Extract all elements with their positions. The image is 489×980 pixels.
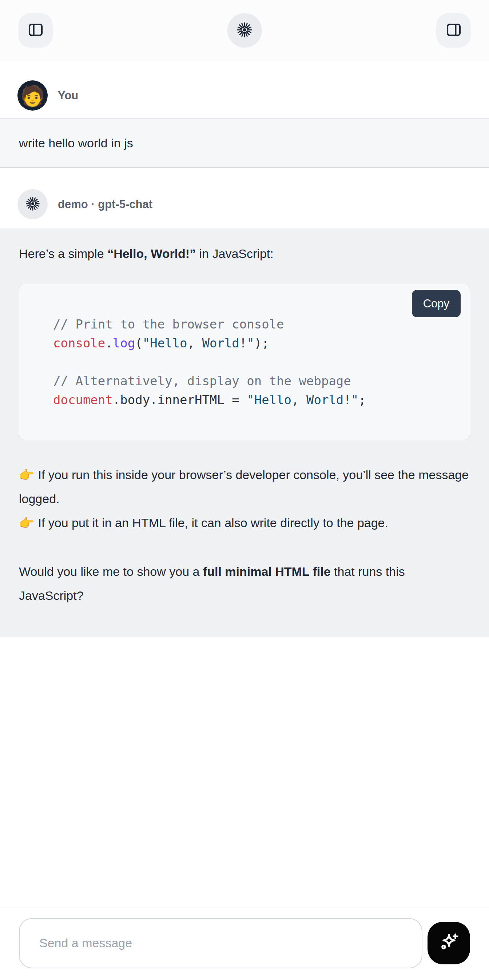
code-block: Copy // Print to the browser consolecons… (19, 284, 470, 440)
starburst-icon (236, 21, 253, 40)
pointing-right-emoji: 👉 (19, 468, 34, 482)
tip-text: If you put it in an HTML file, it can al… (38, 516, 388, 530)
tip-line: 👉If you put it in an HTML file, it can a… (19, 511, 470, 535)
assistant-intro-text: Here’s a simple “Hello, World!” in JavaS… (19, 245, 470, 262)
user-message-bubble: write hello world in js (0, 118, 489, 168)
sidebar-toggle-button[interactable] (18, 13, 53, 48)
user-author-label: You (58, 89, 78, 102)
assistant-message-header: demo · gpt-5-chat (0, 189, 489, 220)
panel-right-icon (445, 21, 462, 40)
person-emoji: 🧑 (21, 86, 45, 105)
panel-left-icon (27, 21, 45, 40)
pointing-right-emoji: 👉 (19, 516, 34, 530)
right-panel-toggle-button[interactable] (436, 13, 471, 48)
assistant-tips: 👉If you run this inside your browser’s d… (19, 463, 470, 535)
app-logo-button[interactable] (228, 13, 262, 48)
copy-code-button[interactable]: Copy (412, 290, 460, 317)
message-input[interactable] (19, 918, 422, 968)
code-content: // Print to the browser consoleconsole.l… (53, 315, 455, 409)
sparkle-plus-icon (437, 931, 460, 955)
tip-line: 👉If you run this inside your browser’s d… (19, 463, 470, 511)
assistant-avatar (18, 189, 48, 220)
tip-text: If you run this inside your browser’s de… (19, 468, 468, 506)
assistant-author-label: demo · gpt-5-chat (58, 198, 153, 211)
assistant-outro-text: Would you like me to show you a full min… (19, 560, 470, 608)
user-message-header: 🧑 You (0, 80, 489, 111)
starburst-icon (25, 196, 41, 213)
assistant-message-body: Here’s a simple “Hello, World!” in JavaS… (0, 228, 489, 637)
user-message-text: write hello world in js (19, 136, 133, 150)
composer-bar (0, 906, 489, 980)
user-avatar: 🧑 (18, 80, 48, 111)
send-button[interactable] (427, 922, 470, 964)
top-bar (0, 0, 489, 61)
